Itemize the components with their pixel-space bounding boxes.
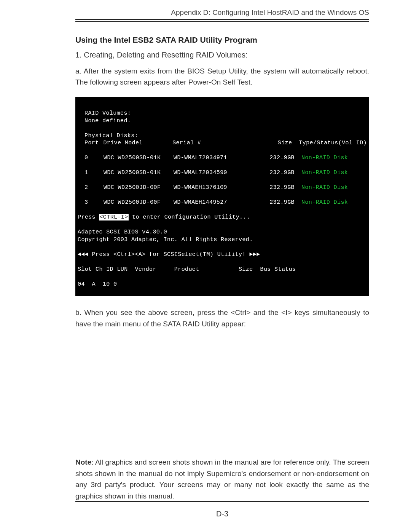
- press-ctrl-i-line: Press <CTRL-I> to enter Configuration Ut…: [78, 214, 250, 220]
- disk-row: 1WDC WD2500SD-01KWD-WMAL72034599232.9GBN…: [84, 169, 367, 177]
- section-heading: Using the Intel ESB2 SATA RAID Utility P…: [75, 35, 369, 45]
- page-number: D-3: [75, 510, 369, 518]
- terminal-screenshot: RAID Volumes: None defined. Physical Dis…: [75, 97, 369, 297]
- ctrl-i-key: <CTRL-I>: [99, 214, 128, 220]
- disk-row: 0WDC WD2500SD-01KWD-WMAL72034971232.9GBN…: [84, 154, 367, 162]
- step-1: 1. Creating, Deleting and Resetting RAID…: [75, 51, 369, 59]
- step-a-text: a. After the system exits from the BIOS …: [75, 66, 369, 88]
- raid-volumes-value: None defined.: [84, 118, 131, 124]
- note-text: : All graphics and screen shots shown in…: [75, 458, 369, 500]
- page-content: Using the Intel ESB2 SATA RAID Utility P…: [75, 35, 369, 502]
- scsi-data-row: 04 A 10 0: [78, 281, 117, 288]
- disk-header-row: PortDrive ModelSerial #SizeType/Status(V…: [84, 139, 367, 147]
- scsi-header-row: Slot Ch ID LUN Vendor Product Size Bus S…: [78, 266, 296, 273]
- page-footer: D-3: [75, 501, 369, 518]
- disk-row: 3WDC WD2500JD-00FWD-WMAEH1449527232.9GBN…: [84, 199, 367, 206]
- note-label: Note: [75, 458, 91, 466]
- adaptec-bios-line: Adaptec SCSI BIOS v4.30.0: [78, 229, 167, 235]
- physical-disks-label: Physical Disks:: [84, 133, 138, 139]
- page-header: Appendix D: Configuring Intel HostRAID a…: [75, 8, 369, 22]
- document-page: Appendix D: Configuring Intel HostRAID a…: [0, 0, 411, 532]
- disk-row: 2WDC WD2500JD-00FWD-WMAEH1376109232.9GBN…: [84, 184, 367, 192]
- step-b-text: b. When you see the above screen, press …: [75, 307, 369, 329]
- adaptec-copyright-line: Copyright 2003 Adaptec, Inc. All Rights …: [78, 236, 253, 243]
- header-rule: [75, 19, 369, 22]
- blank-space: [75, 339, 369, 457]
- note-paragraph: Note: All graphics and screen shots show…: [75, 457, 369, 502]
- header-text: Appendix D: Configuring Intel HostRAID a…: [75, 8, 369, 19]
- raid-volumes-label: RAID Volumes:: [84, 110, 131, 117]
- scsiselect-line: ◄◄◄ Press <Ctrl><A> for SCSISelect(TM) U…: [78, 251, 260, 258]
- footer-rule: [75, 501, 369, 502]
